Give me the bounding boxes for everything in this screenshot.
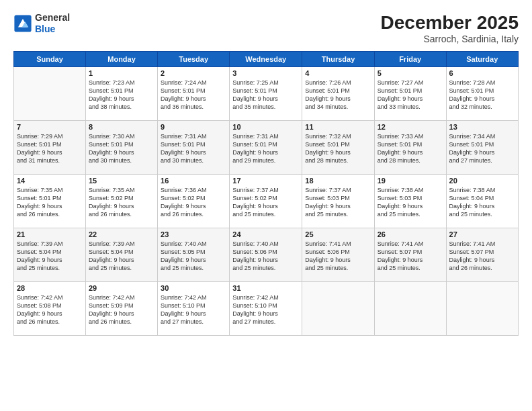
- day-info: Sunrise: 7:28 AM Sunset: 5:01 PM Dayligh…: [449, 79, 515, 111]
- day-number: 17: [232, 177, 299, 185]
- day-number: 27: [449, 230, 515, 238]
- logo-icon: [13, 14, 32, 33]
- day-number: 22: [89, 230, 154, 238]
- day-info: Sunrise: 7:42 AM Sunset: 5:10 PM Dayligh…: [161, 293, 226, 326]
- day-number: 1: [89, 69, 154, 77]
- day-info: Sunrise: 7:38 AM Sunset: 5:04 PM Dayligh…: [449, 186, 515, 219]
- day-info: Sunrise: 7:25 AM Sunset: 5:01 PM Dayligh…: [232, 79, 299, 111]
- day-number: 19: [378, 177, 443, 185]
- calendar-cell: 31Sunrise: 7:42 AM Sunset: 5:10 PM Dayli…: [230, 282, 302, 336]
- title-location: Sarroch, Sardinia, Italy: [381, 34, 519, 44]
- day-number: 25: [305, 230, 371, 238]
- day-number: 26: [378, 230, 443, 238]
- day-info: Sunrise: 7:30 AM Sunset: 5:01 PM Dayligh…: [89, 132, 154, 165]
- calendar-cell: 22Sunrise: 7:39 AM Sunset: 5:04 PM Dayli…: [86, 228, 158, 282]
- day-number: 13: [449, 123, 515, 131]
- day-number: 7: [17, 123, 83, 131]
- calendar-cell: 13Sunrise: 7:34 AM Sunset: 5:01 PM Dayli…: [446, 121, 518, 175]
- week-row-4: 21Sunrise: 7:39 AM Sunset: 5:04 PM Dayli…: [14, 228, 519, 282]
- day-number: 9: [161, 123, 226, 131]
- calendar-cell: 14Sunrise: 7:35 AM Sunset: 5:01 PM Dayli…: [14, 175, 86, 228]
- calendar-header-row: SundayMondayTuesdayWednesdayThursdayFrid…: [14, 52, 519, 67]
- calendar-cell: 24Sunrise: 7:40 AM Sunset: 5:06 PM Dayli…: [230, 228, 302, 282]
- calendar-cell: 15Sunrise: 7:35 AM Sunset: 5:02 PM Dayli…: [86, 175, 158, 228]
- week-row-2: 7Sunrise: 7:29 AM Sunset: 5:01 PM Daylig…: [14, 121, 519, 175]
- title-month: December 2025: [381, 12, 519, 34]
- day-number: 5: [378, 69, 443, 77]
- day-number: 2: [161, 69, 226, 77]
- calendar-cell: 3Sunrise: 7:25 AM Sunset: 5:01 PM Daylig…: [230, 67, 302, 121]
- calendar-table: SundayMondayTuesdayWednesdayThursdayFrid…: [13, 51, 519, 336]
- day-info: Sunrise: 7:41 AM Sunset: 5:07 PM Dayligh…: [378, 240, 443, 273]
- calendar-cell: 8Sunrise: 7:30 AM Sunset: 5:01 PM Daylig…: [86, 121, 158, 175]
- day-info: Sunrise: 7:37 AM Sunset: 5:03 PM Dayligh…: [305, 186, 371, 219]
- day-number: 3: [232, 69, 299, 77]
- day-info: Sunrise: 7:42 AM Sunset: 5:10 PM Dayligh…: [232, 293, 299, 326]
- header-wednesday: Wednesday: [230, 52, 302, 67]
- header-sunday: Sunday: [14, 52, 86, 67]
- day-info: Sunrise: 7:39 AM Sunset: 5:04 PM Dayligh…: [17, 240, 83, 273]
- day-info: Sunrise: 7:34 AM Sunset: 5:01 PM Dayligh…: [449, 132, 515, 165]
- day-number: 14: [17, 177, 83, 185]
- calendar-cell: 6Sunrise: 7:28 AM Sunset: 5:01 PM Daylig…: [446, 67, 518, 121]
- header-friday: Friday: [374, 52, 446, 67]
- week-row-3: 14Sunrise: 7:35 AM Sunset: 5:01 PM Dayli…: [14, 175, 519, 228]
- calendar-cell: 5Sunrise: 7:27 AM Sunset: 5:01 PM Daylig…: [374, 67, 446, 121]
- day-number: 21: [17, 230, 83, 238]
- day-number: 8: [89, 123, 154, 131]
- logo-general-text: General: [35, 12, 70, 23]
- calendar-cell: 26Sunrise: 7:41 AM Sunset: 5:07 PM Dayli…: [374, 228, 446, 282]
- day-info: Sunrise: 7:31 AM Sunset: 5:01 PM Dayligh…: [161, 132, 226, 165]
- day-info: Sunrise: 7:41 AM Sunset: 5:07 PM Dayligh…: [449, 240, 515, 273]
- calendar-cell: 20Sunrise: 7:38 AM Sunset: 5:04 PM Dayli…: [446, 175, 518, 228]
- week-row-5: 28Sunrise: 7:42 AM Sunset: 5:08 PM Dayli…: [14, 282, 519, 336]
- day-info: Sunrise: 7:35 AM Sunset: 5:02 PM Dayligh…: [89, 186, 154, 219]
- calendar-cell: 25Sunrise: 7:41 AM Sunset: 5:06 PM Dayli…: [302, 228, 374, 282]
- day-number: 15: [89, 177, 154, 185]
- calendar-cell: 4Sunrise: 7:26 AM Sunset: 5:01 PM Daylig…: [302, 67, 374, 121]
- day-number: 18: [305, 177, 371, 185]
- logo-blue-text: Blue: [35, 24, 55, 34]
- calendar-cell: 18Sunrise: 7:37 AM Sunset: 5:03 PM Dayli…: [302, 175, 374, 228]
- day-info: Sunrise: 7:40 AM Sunset: 5:06 PM Dayligh…: [232, 240, 299, 273]
- calendar-cell: 16Sunrise: 7:36 AM Sunset: 5:02 PM Dayli…: [158, 175, 230, 228]
- calendar-cell: [446, 282, 518, 336]
- calendar-cell: [302, 282, 374, 336]
- calendar-cell: 10Sunrise: 7:31 AM Sunset: 5:01 PM Dayli…: [230, 121, 302, 175]
- page: General Blue December 2025 Sarroch, Sard…: [0, 0, 532, 411]
- day-info: Sunrise: 7:27 AM Sunset: 5:01 PM Dayligh…: [378, 79, 443, 111]
- calendar-cell: 1Sunrise: 7:23 AM Sunset: 5:01 PM Daylig…: [86, 67, 158, 121]
- calendar-cell: [14, 67, 86, 121]
- calendar-cell: 19Sunrise: 7:38 AM Sunset: 5:03 PM Dayli…: [374, 175, 446, 228]
- day-info: Sunrise: 7:38 AM Sunset: 5:03 PM Dayligh…: [378, 186, 443, 219]
- header-saturday: Saturday: [446, 52, 518, 67]
- week-row-1: 1Sunrise: 7:23 AM Sunset: 5:01 PM Daylig…: [14, 67, 519, 121]
- calendar-cell: 28Sunrise: 7:42 AM Sunset: 5:08 PM Dayli…: [14, 282, 86, 336]
- calendar-cell: 9Sunrise: 7:31 AM Sunset: 5:01 PM Daylig…: [158, 121, 230, 175]
- calendar-cell: 21Sunrise: 7:39 AM Sunset: 5:04 PM Dayli…: [14, 228, 86, 282]
- day-number: 31: [232, 284, 299, 292]
- calendar-cell: 23Sunrise: 7:40 AM Sunset: 5:05 PM Dayli…: [158, 228, 230, 282]
- day-info: Sunrise: 7:40 AM Sunset: 5:05 PM Dayligh…: [161, 240, 226, 273]
- day-number: 23: [161, 230, 226, 238]
- day-number: 10: [232, 123, 299, 131]
- header-monday: Monday: [86, 52, 158, 67]
- day-info: Sunrise: 7:26 AM Sunset: 5:01 PM Dayligh…: [305, 79, 371, 111]
- day-info: Sunrise: 7:32 AM Sunset: 5:01 PM Dayligh…: [305, 132, 371, 165]
- header-thursday: Thursday: [302, 52, 374, 67]
- day-info: Sunrise: 7:29 AM Sunset: 5:01 PM Dayligh…: [17, 132, 83, 165]
- calendar-cell: 17Sunrise: 7:37 AM Sunset: 5:02 PM Dayli…: [230, 175, 302, 228]
- day-info: Sunrise: 7:39 AM Sunset: 5:04 PM Dayligh…: [89, 240, 154, 273]
- day-number: 12: [378, 123, 443, 131]
- header-tuesday: Tuesday: [158, 52, 230, 67]
- day-info: Sunrise: 7:23 AM Sunset: 5:01 PM Dayligh…: [89, 79, 154, 111]
- day-number: 6: [449, 69, 515, 77]
- day-number: 30: [161, 284, 226, 292]
- calendar-cell: 2Sunrise: 7:24 AM Sunset: 5:01 PM Daylig…: [158, 67, 230, 121]
- calendar-cell: 11Sunrise: 7:32 AM Sunset: 5:01 PM Dayli…: [302, 121, 374, 175]
- calendar-cell: 29Sunrise: 7:42 AM Sunset: 5:09 PM Dayli…: [86, 282, 158, 336]
- day-number: 16: [161, 177, 226, 185]
- header: General Blue December 2025 Sarroch, Sard…: [13, 12, 519, 44]
- day-info: Sunrise: 7:37 AM Sunset: 5:02 PM Dayligh…: [232, 186, 299, 219]
- calendar-cell: 7Sunrise: 7:29 AM Sunset: 5:01 PM Daylig…: [14, 121, 86, 175]
